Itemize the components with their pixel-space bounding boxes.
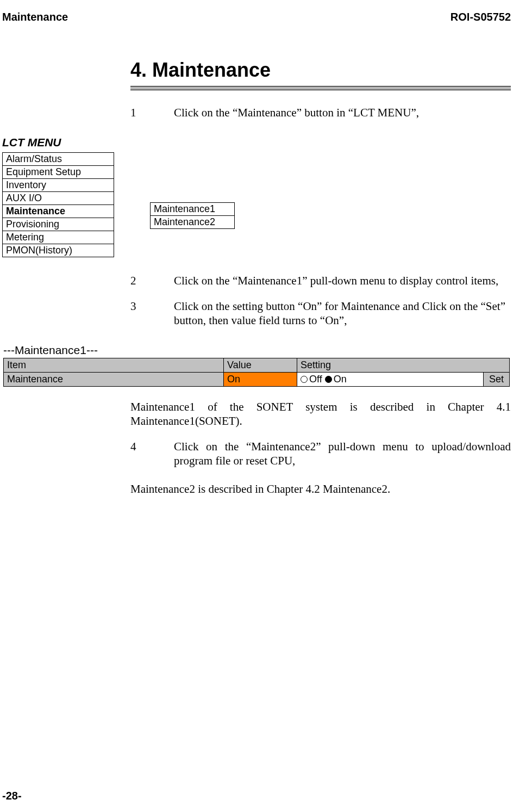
- lct-menu-table: Alarm/Status Equipment Setup Inventory A…: [2, 152, 114, 257]
- radio-on-label: On: [334, 374, 347, 385]
- table-header-row: Item Value Setting: [4, 358, 510, 373]
- menu-item-inventory[interactable]: Inventory: [3, 179, 114, 192]
- step-number: 2: [130, 274, 174, 288]
- col-value: Value: [224, 358, 297, 373]
- step-number: 4: [130, 439, 174, 468]
- table-row-maintenance: Maintenance On Off On Set: [4, 373, 510, 387]
- col-item: Item: [4, 358, 224, 373]
- maintenance1-panel: ---Maintenance1--- Item Value Setting Ma…: [0, 344, 513, 387]
- menu-item-equipment-setup[interactable]: Equipment Setup: [3, 166, 114, 179]
- maintenance1-table: Item Value Setting Maintenance On Off On…: [3, 358, 510, 387]
- step-text: Click on the “Maintenance” button in “LC…: [174, 106, 511, 120]
- menu-item-aux-io[interactable]: AUX I/O: [3, 192, 114, 205]
- step-2: 2 Click on the “Maintenance1” pull-down …: [130, 274, 511, 288]
- lct-menu-title: LCT MENU: [2, 136, 513, 149]
- paragraph-maintenance1: Maintenance1 of the SONET system is desc…: [130, 400, 511, 429]
- radio-off-label: Off: [309, 374, 322, 385]
- header-right: ROI-S05752: [451, 11, 511, 23]
- menu-item-pmon-history[interactable]: PMON(History): [3, 244, 114, 257]
- menu-item-metering[interactable]: Metering: [3, 231, 114, 244]
- paragraph-maintenance2: Maintenance2 is described in Chapter 4.2…: [130, 482, 511, 496]
- cell-value: On: [224, 373, 297, 387]
- lct-submenu-table: Maintenance1 Maintenance2: [150, 202, 235, 229]
- section-title: 4. Maintenance: [130, 59, 511, 82]
- step-number: 3: [130, 299, 174, 328]
- radio-off-icon[interactable]: [301, 376, 308, 383]
- cell-setting: Off On: [297, 373, 484, 387]
- step-3: 3 Click on the setting button “On” for M…: [130, 299, 511, 328]
- step-number: 1: [130, 106, 174, 120]
- page-header: Maintenance ROI-S05752: [0, 11, 513, 23]
- menu-item-alarm-status[interactable]: Alarm/Status: [3, 153, 114, 166]
- cell-item: Maintenance: [4, 373, 224, 387]
- set-button[interactable]: Set: [483, 373, 509, 387]
- menu-item-maintenance[interactable]: Maintenance: [3, 205, 114, 218]
- step-4: 4 Click on the “Maintenance2” pull-down …: [130, 439, 511, 468]
- maintenance1-title: ---Maintenance1---: [3, 344, 510, 357]
- step-1: 1 Click on the “Maintenance” button in “…: [130, 106, 511, 120]
- lct-menu-block: LCT MENU Alarm/Status Equipment Setup In…: [0, 136, 513, 257]
- header-left: Maintenance: [2, 11, 68, 23]
- step-text: Click on the “Maintenance2” pull-down me…: [174, 439, 511, 468]
- menu-item-provisioning[interactable]: Provisioning: [3, 218, 114, 231]
- page-number: -28-: [2, 790, 22, 802]
- step-text: Click on the setting button “On” for Mai…: [174, 299, 511, 328]
- step-text: Click on the “Maintenance1” pull-down me…: [174, 274, 511, 288]
- section-rule: [130, 86, 511, 90]
- col-setting: Setting: [297, 358, 510, 373]
- radio-on-icon[interactable]: [325, 376, 332, 383]
- submenu-item-maintenance1[interactable]: Maintenance1: [151, 203, 235, 216]
- submenu-item-maintenance2[interactable]: Maintenance2: [151, 216, 235, 229]
